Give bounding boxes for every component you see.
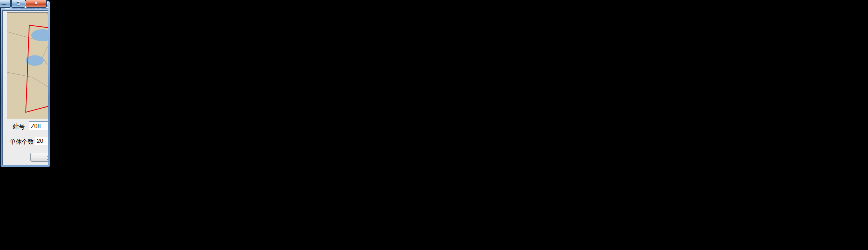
water-area — [26, 55, 44, 66]
window-radar-monitor-settings: 雷达监控设置 — ❐ ✕ 预警 — [0, 0, 50, 167]
minimize-icon[interactable]: — — [0, 0, 11, 8]
map[interactable]: 预警区域 — [7, 12, 48, 119]
cell-count-input[interactable]: 20 — [35, 137, 48, 145]
close-icon[interactable]: ✕ — [26, 0, 47, 8]
add-button[interactable]: 添加 — [30, 153, 48, 162]
cell-count-label: 单体个数 — [10, 138, 34, 146]
maximize-icon[interactable]: ❐ — [11, 0, 25, 8]
station-select[interactable]: Z08 ▼ — [29, 121, 48, 130]
station-label: 站号 — [13, 122, 25, 131]
w2-titlebar[interactable]: 雷达监控设置 — ❐ ✕ — [2, 1, 48, 10]
map-canvas: 预警区域 — [7, 13, 48, 119]
